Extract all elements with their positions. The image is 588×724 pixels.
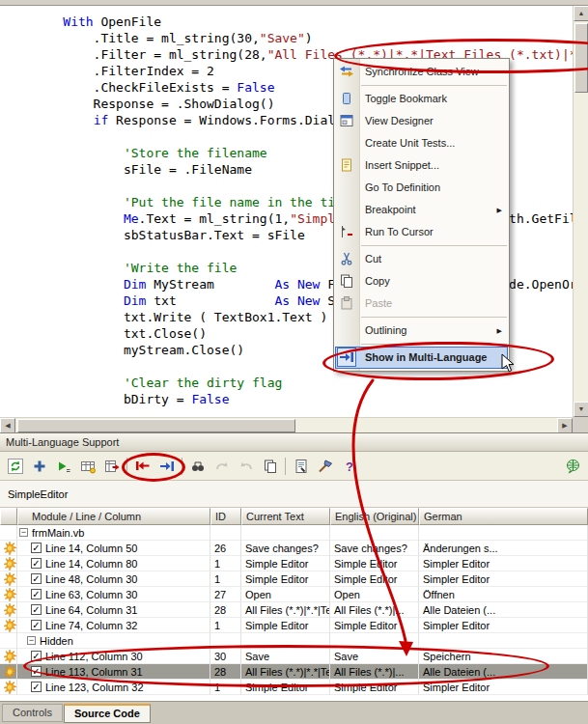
id-cell: 1 (210, 571, 241, 587)
status-cell (0, 587, 17, 602)
run-to-cursor-icon (339, 224, 354, 239)
collapse-expander[interactable]: − (27, 636, 36, 645)
table-row[interactable]: ✓Line 112, Column 3030SaveSaveSpeichern (0, 649, 588, 664)
table-row[interactable]: ✓Line 14, Column 801Simple EditorSimple … (0, 556, 588, 571)
menu-item-label: Show in Multi-Language (365, 351, 488, 363)
current-text-cell: Simple Editor (241, 571, 330, 587)
grid-export-button[interactable] (76, 456, 98, 477)
row-checkbox[interactable]: ✓ (31, 604, 42, 615)
column-header-module-line-column[interactable]: Module / Line / Column (17, 508, 210, 525)
copy-button[interactable] (259, 456, 281, 477)
tools-button[interactable] (314, 456, 336, 477)
globe-chat-button[interactable] (562, 456, 584, 477)
scroll-right-button[interactable]: ▶ (557, 418, 573, 433)
row-checkbox[interactable]: ✓ (31, 620, 42, 630)
menu-item-view-designer[interactable]: View Designer (334, 110, 509, 132)
vertical-scroll-thumb[interactable] (574, 23, 588, 93)
id-cell: 1 (210, 618, 241, 633)
row-checkbox[interactable]: ✓ (31, 682, 42, 692)
add-button[interactable] (28, 456, 50, 477)
star-icon (2, 541, 17, 556)
current-text-cell: Simple Editor (241, 618, 330, 633)
tab-source-code[interactable]: Source Code (64, 704, 151, 723)
menu-item-go-to-definition[interactable]: Go To Definition (334, 177, 509, 199)
cell-value: Save (334, 651, 358, 662)
english-text-cell: Simple Editor (330, 556, 419, 571)
row-checkbox[interactable]: ✓ (31, 666, 42, 677)
paste-icon (339, 295, 354, 311)
table-row[interactable]: ✓Line 63, Column 3027OpenOpenÖffnen (0, 587, 588, 602)
cell-value: Simple Editor (334, 573, 397, 585)
column-header-id[interactable]: ID (210, 508, 241, 525)
help-button[interactable]: ? (338, 456, 360, 477)
menu-item-copy[interactable]: Copy (334, 270, 509, 292)
column-header-blank (0, 508, 17, 525)
menu-item-cut[interactable]: Cut (334, 248, 509, 270)
horizontal-scroll-thumb[interactable] (17, 419, 295, 432)
table-row[interactable]: ✓Line 113, Column 3128All Files (*.*)|*.… (0, 664, 588, 680)
status-cell (0, 602, 17, 618)
english-text-cell: Simple Editor (330, 571, 419, 587)
find-prev-button (235, 456, 257, 477)
row-checkbox[interactable]: ✓ (31, 543, 42, 553)
menu-item-breakpoint[interactable]: Breakpoint▶ (334, 199, 509, 221)
collapse-expander[interactable]: − (19, 528, 28, 537)
menu-item-outlining[interactable]: Outlining▶ (334, 320, 509, 342)
menu-item-label: Insert Snippet... (365, 159, 439, 171)
german-text-cell (419, 633, 588, 649)
group-row[interactable]: −Hidden (0, 633, 588, 649)
menu-item-label: Copy (365, 275, 390, 287)
table-row[interactable]: ✓Line 64, Column 3128All Files (*.*)|*.*… (0, 602, 588, 618)
row-checkbox[interactable]: ✓ (31, 573, 42, 584)
table-row[interactable]: ✓Line 74, Column 321Simple EditorSimple … (0, 618, 588, 633)
submenu-arrow-icon: ▶ (497, 320, 502, 342)
show-in-ml-button[interactable] (155, 456, 178, 477)
table-row[interactable]: ✓Line 48, Column 301Simple EditorSimple … (0, 571, 588, 587)
table-row[interactable]: ✓Line 123, Column 321Simple EditorSimple… (0, 680, 588, 695)
row-checkbox[interactable]: ✓ (31, 558, 42, 569)
group-row[interactable]: −frmMain.vb (0, 525, 588, 541)
current-text-cell: Save changes? (241, 541, 330, 556)
row-checkbox[interactable]: ✓ (31, 589, 42, 599)
import-arrow-button[interactable] (131, 456, 154, 477)
row-checkbox[interactable]: ✓ (31, 651, 42, 661)
menu-item-synchronize-class-view[interactable]: Synchronize Class View (334, 61, 509, 83)
cell-value: Simple Editor (334, 620, 397, 631)
menu-item-label: Cut (365, 253, 381, 265)
module-line-cell: −frmMain.vb (17, 525, 210, 541)
id-cell: 26 (210, 541, 241, 556)
cell-value: Simpler Editor (423, 682, 490, 693)
horizontal-scrollbar[interactable]: ◀ ▶ (0, 417, 573, 432)
properties-button[interactable] (290, 456, 312, 477)
find-button[interactable] (186, 456, 209, 477)
sync-class-view-icon (339, 64, 354, 79)
menu-item-create-unit-tests[interactable]: Create Unit Tests... (334, 132, 509, 154)
german-text-cell: Simpler Editor (419, 556, 588, 571)
column-header-english-original[interactable]: English (Original) (330, 508, 419, 525)
vertical-scrollbar[interactable]: ▲ ▼ (573, 6, 588, 417)
table-row[interactable]: ✓Line 14, Column 5026Save changes?Save c… (0, 541, 588, 556)
module-line-cell: ✓Line 112, Column 30 (17, 649, 210, 664)
menu-item-toggle-bookmark[interactable]: Toggle Bookmark (334, 88, 509, 110)
menu-item-paste: Paste (334, 292, 509, 315)
show-in-ml-icon (159, 459, 175, 474)
cell-value: Alle Dateien (... (423, 666, 495, 678)
id-cell: 1 (210, 556, 241, 571)
menu-item-run-to-cursor[interactable]: Run To Cursor (334, 221, 509, 243)
scroll-down-button[interactable]: ▼ (574, 402, 588, 417)
scroll-down-icon: ▼ (578, 405, 585, 412)
module-line-cell: ✓Line 64, Column 31 (17, 602, 210, 618)
export-button[interactable] (100, 456, 123, 477)
refresh-button[interactable] (4, 456, 26, 477)
run-button[interactable] (52, 456, 74, 477)
menu-item-show-in-multi-language[interactable]: Show in Multi-Language (334, 347, 509, 369)
german-text-cell: Simpler Editor (419, 571, 588, 587)
grid-export-icon (80, 459, 96, 474)
tab-controls[interactable]: Controls (2, 704, 63, 722)
scroll-left-button[interactable]: ◀ (0, 418, 15, 433)
menu-item-insert-snippet[interactable]: Insert Snippet... (334, 154, 509, 177)
scroll-up-button[interactable]: ▲ (574, 6, 588, 21)
column-header-current-text[interactable]: Current Text (241, 508, 330, 525)
column-header-german[interactable]: German (419, 508, 588, 525)
code-line: bDirty = False (33, 391, 573, 407)
